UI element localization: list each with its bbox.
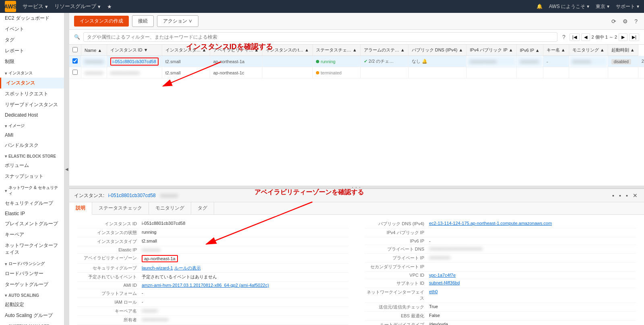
connect-button[interactable]: 接続: [132, 15, 154, 27]
last-page-button[interactable]: ▶|: [629, 33, 639, 41]
help-button[interactable]: ?: [633, 17, 639, 25]
header-az[interactable]: アベイラビリティ… ▲: [210, 45, 262, 56]
header-instance-id[interactable]: インスタンス ID ▼: [107, 45, 162, 56]
sidebar-item-security-groups[interactable]: セキュリティグループ: [0, 198, 64, 209]
header-status-check[interactable]: ステータスチェ… ▲: [312, 45, 360, 56]
header-ipv4[interactable]: IPv4 パブリック IP ▲: [466, 45, 516, 56]
sidebar-section-load-balancing: ▾ ロードバランシング: [0, 258, 64, 268]
account-menu[interactable]: AWS にようこそ▾: [549, 3, 589, 10]
detail-tab-description[interactable]: 説明: [69, 202, 92, 215]
row-key-name: ●●●●●●●: [569, 56, 608, 67]
sidebar-item-events[interactable]: イベント: [0, 24, 64, 35]
favorites-button[interactable]: ★: [107, 4, 112, 10]
row-type2: [262, 56, 312, 67]
sidebar-item-dedicated-host[interactable]: Dedicated Host: [0, 110, 64, 120]
sidebar-item-snapshots[interactable]: スナップショット: [0, 171, 64, 182]
row-public-dns: ●●●●●●●●●●: [466, 56, 516, 67]
header-ipv6[interactable]: IPv6 IP ▲: [516, 45, 543, 56]
header-key-name[interactable]: キー名 ▲: [543, 45, 569, 56]
detail-value: -: [142, 299, 349, 304]
detail-label: 予定されているイベント: [77, 274, 142, 280]
sidebar-item-target-groups[interactable]: ターゲットグループ: [0, 279, 64, 290]
settings-button[interactable]: ⚙: [621, 17, 630, 25]
select-all-checkbox[interactable]: [72, 47, 78, 52]
resource-groups-menu[interactable]: リソースグループ ▾: [54, 3, 101, 10]
panel-icon-3[interactable]: ▪: [624, 191, 630, 200]
table-row[interactable]: ●●●●●●● i-051c8801cb307cd58 t2.small ap-…: [69, 56, 644, 67]
search-input[interactable]: [83, 32, 557, 42]
row-type: t2.small: [162, 56, 210, 67]
detail-value: False: [429, 313, 636, 318]
header-checkbox-col[interactable]: [69, 45, 81, 56]
row-az: ap-northeast-1c: [210, 67, 262, 78]
header-public-dns[interactable]: パブリック DNS (IPv4) ▲: [408, 45, 466, 56]
prev-page-button[interactable]: ◀: [581, 33, 590, 41]
header-instance-type2[interactable]: インスタンスの t… ▲: [262, 45, 312, 56]
detail-tab-tags[interactable]: タグ: [191, 202, 214, 214]
row-instance-id[interactable]: ●●●●●●●●●●●: [107, 67, 162, 78]
header-name[interactable]: Name ▲: [81, 45, 107, 56]
sidebar: EC2 ダッシュボード イベント タグ レポート 制限 ▾ インスタンス インス…: [0, 13, 64, 325]
header-instance-type[interactable]: インスタンスタ… ▲: [162, 45, 210, 56]
row-name: ●●●●●●●: [81, 56, 107, 67]
row-name: ●●●●●●●: [81, 67, 107, 78]
sidebar-item-elastic-ip[interactable]: Elastic IP: [0, 209, 64, 218]
row-status: terminated: [312, 67, 360, 78]
detail-field-left: セキュリティグループ launch-wizard-1 ルールの表示: [77, 264, 349, 273]
sidebar-item-ec2-dashboard[interactable]: EC2 ダッシュボード: [0, 13, 64, 24]
row-checkbox[interactable]: [69, 67, 81, 78]
sidebar-item-limits[interactable]: 制限: [0, 56, 64, 67]
panel-icon-1[interactable]: ▪: [611, 191, 616, 200]
services-menu[interactable]: サービス ▾: [23, 3, 48, 10]
sidebar-item-launch-configs[interactable]: 起動設定: [0, 299, 64, 310]
sidebar-item-spot-requests[interactable]: スポットリクエスト: [0, 88, 64, 99]
sidebar-item-reserved-instances[interactable]: リザーブドインスタンス: [0, 99, 64, 110]
detail-left-column: インスタンス ID i-051c8801cb307cd58 インスタンスの状態 …: [77, 220, 349, 325]
detail-field-right: サブネット ID subnet-f4ff36bd: [365, 279, 636, 288]
detail-field-right: IPv4 パブリック IP: [365, 228, 636, 237]
detail-value: ●●●●●●●: [142, 247, 349, 252]
header-monitoring[interactable]: モニタリング ▲: [569, 45, 608, 56]
search-bar: 🔍 ? |◀ ◀ 2 個中 1 ～ 2 ▶ ▶|: [69, 30, 644, 45]
panel-close-button[interactable]: ✕: [631, 191, 639, 200]
sidebar-item-instances[interactable]: インスタンス: [0, 78, 64, 88]
next-page-button[interactable]: ▶: [619, 33, 627, 41]
detail-value: -: [429, 239, 636, 243]
panel-icon-2[interactable]: ▪: [617, 191, 623, 200]
row-status: running: [312, 56, 360, 67]
sidebar-item-bundle-tasks[interactable]: バンドルタスク: [0, 140, 64, 151]
header-alarm[interactable]: アラームのステ… ▲: [360, 45, 408, 56]
detail-field-right: VPC ID vpc-1a7c4f7e: [365, 272, 636, 279]
row-checkbox[interactable]: [69, 56, 81, 67]
sidebar-section-instances: ▾ インスタンス: [0, 67, 64, 78]
sidebar-item-load-balancers[interactable]: ロードバランサー: [0, 268, 64, 279]
sidebar-item-auto-scaling-groups[interactable]: Auto Scaling グループ: [0, 310, 64, 321]
sidebar-item-ami[interactable]: AMI: [0, 130, 64, 140]
sidebar-item-reports[interactable]: レポート: [0, 45, 64, 56]
detail-tab-monitoring[interactable]: モニタリング: [149, 202, 191, 214]
create-instance-button[interactable]: インスタンスの作成: [74, 16, 129, 27]
refresh-button[interactable]: ⟳: [610, 17, 618, 25]
sidebar-item-volumes[interactable]: ボリューム: [0, 160, 64, 171]
sidebar-section-auto-scaling: ▾ AUTO SCALING: [0, 290, 64, 299]
row-type2: [262, 67, 312, 78]
header-launch-time[interactable]: 起動時刻 ▲: [608, 45, 638, 56]
first-page-button[interactable]: |◀: [570, 33, 580, 41]
sidebar-item-tags[interactable]: タグ: [0, 35, 64, 45]
search-help-button[interactable]: ?: [561, 33, 567, 41]
table-row[interactable]: ●●●●●●● ●●●●●●●●●●● t2.small ap-northeas…: [69, 67, 644, 78]
detail-label: キーペア名: [77, 308, 142, 314]
sidebar-item-key-pairs[interactable]: キーペア: [0, 229, 64, 240]
sidebar-toggle[interactable]: ◀: [64, 13, 69, 325]
notifications-bell[interactable]: 🔔: [537, 4, 543, 9]
sidebar-item-network-interfaces[interactable]: ネットワークインターフェイス: [0, 240, 64, 258]
detail-tab-status-check[interactable]: ステータスチェック: [92, 202, 149, 214]
region-menu[interactable]: 東京▾: [596, 3, 609, 10]
row-ipv4: [516, 67, 543, 78]
row-instance-id[interactable]: i-051c8801cb307cd58: [107, 56, 162, 67]
sidebar-item-placement-groups[interactable]: プレイスメントグループ: [0, 218, 64, 229]
actions-button[interactable]: アクション ∨: [157, 15, 198, 27]
detail-value: /dev/xvda: [429, 322, 636, 325]
main-layout: EC2 ダッシュボード イベント タグ レポート 制限 ▾ インスタンス インス…: [0, 13, 644, 325]
support-menu[interactable]: サポート▾: [616, 3, 639, 10]
